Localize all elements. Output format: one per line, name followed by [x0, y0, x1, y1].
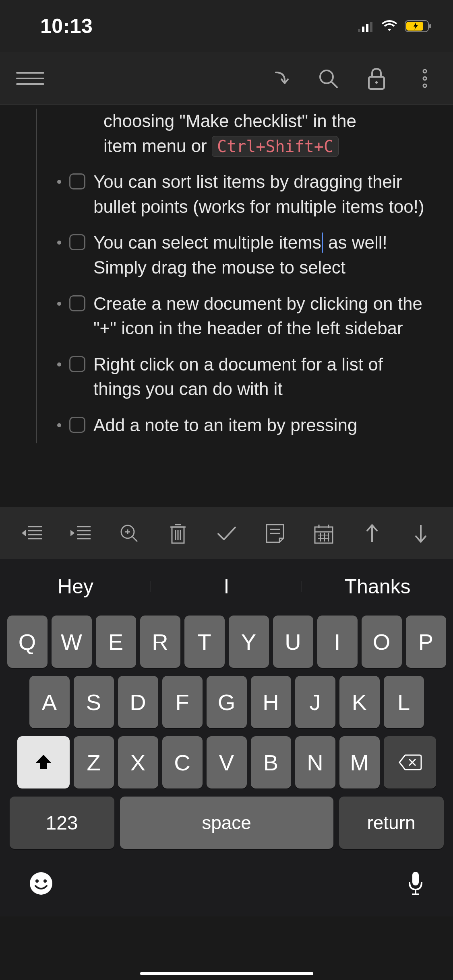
svg-point-12 — [423, 77, 426, 80]
list-item-text[interactable]: Create a new document by clicking on the… — [93, 291, 437, 341]
editor-toolbar — [0, 507, 453, 559]
svg-rect-6 — [429, 24, 431, 28]
key-q[interactable]: Q — [7, 616, 48, 668]
key-y[interactable]: Y — [229, 616, 269, 668]
status-indicators — [358, 19, 433, 33]
key-g[interactable]: G — [207, 676, 247, 728]
list-item[interactable]: Right click on a document for a list of … — [37, 346, 437, 407]
key-a[interactable]: A — [29, 676, 70, 728]
menu-button[interactable] — [16, 72, 44, 85]
emoji-button[interactable] — [28, 871, 54, 898]
key-t[interactable]: T — [184, 616, 225, 668]
cellular-signal-icon — [358, 20, 374, 32]
keyboard: Hey I Thanks Q W E R T Y U I O P A S D F… — [0, 559, 453, 916]
calendar-button[interactable] — [308, 517, 340, 550]
return-key[interactable]: return — [339, 797, 444, 849]
key-c[interactable]: C — [162, 736, 203, 789]
svg-line-23 — [132, 537, 137, 541]
key-s[interactable]: S — [74, 676, 114, 728]
list-item-text[interactable]: You can sort list items by dragging thei… — [93, 169, 437, 219]
status-time: 10:13 — [40, 14, 93, 38]
svg-point-49 — [43, 879, 47, 883]
zoom-in-button[interactable] — [113, 517, 145, 550]
svg-rect-0 — [358, 29, 360, 32]
lock-button[interactable] — [364, 66, 389, 91]
checkbox[interactable] — [69, 173, 85, 189]
battery-charging-icon — [405, 19, 433, 33]
svg-line-8 — [331, 82, 337, 87]
key-i[interactable]: I — [317, 616, 358, 668]
svg-point-47 — [30, 872, 52, 895]
svg-rect-2 — [366, 24, 368, 32]
key-n[interactable]: N — [295, 736, 335, 789]
suggestion[interactable]: I — [151, 575, 302, 598]
numbers-key[interactable]: 123 — [10, 797, 114, 849]
bullet-icon[interactable] — [57, 362, 61, 366]
bullet-icon[interactable] — [57, 241, 61, 245]
svg-rect-1 — [362, 27, 364, 32]
key-h[interactable]: H — [251, 676, 291, 728]
dictation-button[interactable] — [406, 870, 425, 898]
move-up-button[interactable] — [356, 517, 388, 550]
note-button[interactable] — [259, 517, 291, 550]
home-indicator[interactable] — [140, 972, 313, 975]
indent-button[interactable] — [65, 517, 97, 550]
key-u[interactable]: U — [273, 616, 313, 668]
keyboard-suggestions: Hey I Thanks — [0, 562, 453, 611]
key-b[interactable]: B — [251, 736, 291, 789]
key-m[interactable]: M — [339, 736, 380, 789]
bullet-icon[interactable] — [57, 302, 61, 306]
undo-button[interactable] — [268, 66, 292, 91]
trash-button[interactable] — [162, 517, 194, 550]
key-j[interactable]: J — [295, 676, 335, 728]
svg-point-13 — [423, 84, 426, 87]
status-bar: 10:13 — [0, 0, 453, 52]
list-item[interactable]: Add a note to an item by pressing — [37, 407, 437, 443]
key-d[interactable]: D — [118, 676, 158, 728]
keyboard-shortcut-badge: Ctrl+Shift+C — [212, 136, 339, 157]
key-v[interactable]: V — [207, 736, 247, 789]
list-item-text[interactable]: Right click on a document for a list of … — [93, 352, 437, 401]
svg-rect-3 — [370, 22, 372, 32]
checkbox[interactable] — [69, 295, 85, 311]
key-r[interactable]: R — [140, 616, 180, 668]
key-w[interactable]: W — [52, 616, 92, 668]
complete-button[interactable] — [210, 517, 242, 550]
shift-key[interactable] — [17, 736, 70, 789]
move-down-button[interactable] — [405, 517, 437, 550]
suggestion[interactable]: Hey — [0, 575, 151, 598]
bullet-icon[interactable] — [57, 423, 61, 427]
checkbox[interactable] — [69, 234, 85, 250]
backspace-key[interactable] — [384, 736, 436, 789]
list-item-text[interactable]: Add a note to an item by pressing — [93, 413, 437, 438]
suggestion[interactable]: Thanks — [302, 575, 453, 598]
more-options-button[interactable] — [413, 66, 437, 91]
key-e[interactable]: E — [96, 616, 136, 668]
key-k[interactable]: K — [339, 676, 380, 728]
svg-rect-50 — [412, 872, 419, 885]
list-item[interactable]: You can sort list items by dragging thei… — [37, 164, 437, 224]
key-f[interactable]: F — [162, 676, 203, 728]
list-item-text[interactable]: choosing "Make checklist" in the item me… — [103, 109, 437, 158]
wifi-icon — [381, 20, 398, 33]
checkbox[interactable] — [69, 417, 85, 433]
note-content[interactable]: choosing "Make checklist" in the item me… — [0, 105, 453, 507]
search-button[interactable] — [316, 66, 340, 91]
list-item-text[interactable]: You can select multiple items as well! S… — [93, 230, 437, 280]
list-item[interactable]: You can select multiple items as well! S… — [37, 224, 437, 285]
space-key[interactable]: space — [120, 797, 333, 849]
key-o[interactable]: O — [362, 616, 402, 668]
key-p[interactable]: P — [406, 616, 446, 668]
outdent-button[interactable] — [16, 517, 48, 550]
svg-point-10 — [375, 81, 378, 84]
svg-point-48 — [35, 879, 39, 883]
svg-point-11 — [423, 70, 426, 73]
text-cursor — [322, 233, 323, 253]
app-header — [0, 52, 453, 105]
list-item[interactable]: Create a new document by clicking on the… — [37, 286, 437, 346]
key-l[interactable]: L — [384, 676, 424, 728]
key-x[interactable]: X — [118, 736, 158, 789]
key-z[interactable]: Z — [74, 736, 114, 789]
bullet-icon[interactable] — [57, 180, 61, 184]
checkbox[interactable] — [69, 356, 85, 372]
